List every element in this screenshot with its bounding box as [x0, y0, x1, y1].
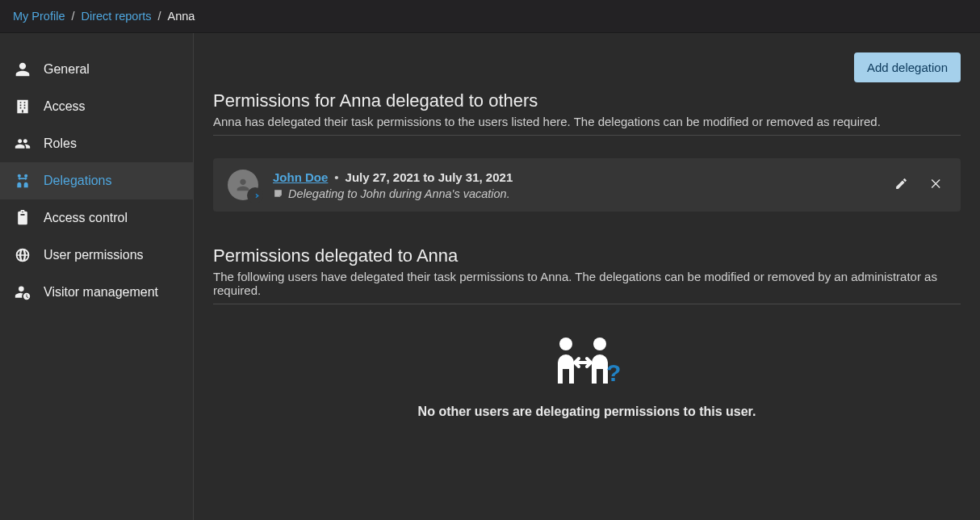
sidebar-item-label: Roles: [44, 136, 77, 151]
empty-state: ? No other users are delegating permissi…: [213, 337, 961, 419]
empty-delegation-icon: ?: [213, 337, 961, 387]
breadcrumb-link-myprofile[interactable]: My Profile: [13, 10, 65, 23]
sidebar-item-label: Delegations: [44, 174, 112, 188]
svg-point-1: [593, 338, 606, 350]
sidebar-item-label: Visitor management: [44, 285, 158, 300]
separator-dot: •: [334, 170, 338, 184]
swap-people-icon: [15, 173, 36, 189]
avatar: [228, 170, 258, 200]
breadcrumb-sep: /: [158, 10, 161, 23]
breadcrumb-current: Anna: [168, 10, 195, 23]
section2-desc: The following users have delegated their…: [213, 270, 961, 297]
delegation-card: John Doe • July 27, 2021 to July 31, 202…: [213, 158, 961, 212]
divider: [213, 135, 961, 136]
breadcrumb: My Profile / Direct reports / Anna: [0, 0, 980, 33]
sidebar-item-general[interactable]: General: [0, 51, 193, 88]
delegation-note: Delegating to John during Anna's vacatio…: [288, 187, 510, 200]
add-delegation-button[interactable]: Add delegation: [854, 52, 961, 82]
sidebar-item-userpermissions[interactable]: User permissions: [0, 237, 193, 274]
globe-icon: [15, 247, 36, 263]
breadcrumb-link-directreports[interactable]: Direct reports: [82, 10, 152, 23]
delegation-name-link[interactable]: John Doe: [273, 170, 328, 184]
breadcrumb-sep: /: [71, 10, 74, 23]
note-icon: [273, 188, 283, 199]
delete-button[interactable]: [926, 174, 946, 196]
section1-desc: Anna has delegated their task permission…: [213, 115, 961, 128]
section1-title: Permissions for Anna delegated to others: [213, 90, 961, 111]
svg-point-0: [559, 338, 572, 350]
delegation-arrow-icon: [247, 187, 263, 203]
sidebar-item-label: Access control: [44, 211, 128, 225]
empty-state-message: No other users are delegating permission…: [213, 405, 961, 419]
delegation-dates: July 27, 2021 to July 31, 2021: [346, 170, 513, 184]
user-icon: [15, 61, 36, 78]
users-icon: [15, 136, 36, 152]
divider: [213, 304, 961, 304]
sidebar-item-label: General: [44, 62, 90, 77]
sidebar-item-label: User permissions: [44, 248, 144, 262]
pencil-icon: [894, 181, 908, 193]
user-clock-icon: [15, 284, 36, 300]
sidebar-item-label: Access: [44, 99, 86, 114]
main-content: Add delegation Permissions for Anna dele…: [194, 33, 980, 520]
sidebar-item-accesscontrol[interactable]: Access control: [0, 199, 193, 237]
building-icon: [15, 99, 36, 115]
section2-title: Permissions delegated to Anna: [213, 245, 961, 266]
sidebar-item-visitormanagement[interactable]: Visitor management: [0, 274, 193, 311]
sidebar-item-access[interactable]: Access: [0, 88, 193, 125]
sidebar-item-delegations[interactable]: Delegations: [0, 162, 193, 199]
sidebar-item-roles[interactable]: Roles: [0, 125, 193, 162]
clipboard-icon: [15, 210, 36, 226]
edit-button[interactable]: [891, 174, 911, 196]
close-icon: [929, 181, 943, 193]
sidebar: General Access Roles Delegations Access …: [0, 33, 194, 520]
svg-text:?: ?: [606, 359, 621, 386]
